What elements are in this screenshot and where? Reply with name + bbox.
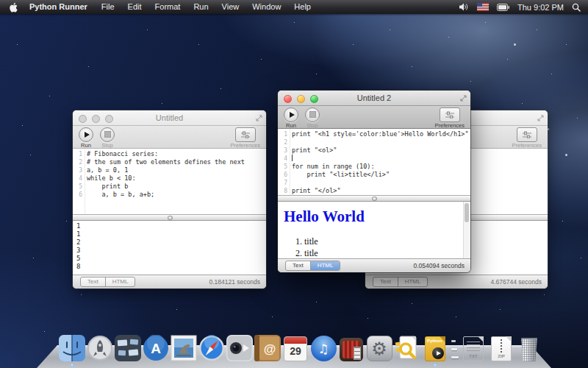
scrollbar[interactable] [463,202,470,258]
stop-button[interactable]: Stop [305,107,320,129]
menu-clock[interactable]: Thu 9:02 PM [517,3,564,12]
python-runner-icon[interactable]: Python [422,333,448,361]
code-line[interactable]: 3 print "<ol>" [278,146,470,155]
preferences-button[interactable]: Preferences [231,127,260,149]
battery-icon[interactable] [497,4,509,11]
window-untitled-2[interactable]: Untitled 2 Run Stop Preferences 1 p [278,91,470,272]
code-line[interactable]: 3 a, b = 0, 1 [73,166,266,174]
tab-text[interactable]: Text [373,277,398,286]
line-number: 5 [278,163,290,171]
itunes-icon[interactable]: ♫ [310,333,337,361]
safari-icon[interactable] [198,333,225,361]
line-number: 2 [73,158,85,166]
apple-menu-icon[interactable] [0,2,22,13]
tab-text[interactable]: Text [286,261,310,270]
code-editor[interactable]: 1 print "<h1 style='color:blue'>Hello Wo… [278,129,470,195]
menu-item[interactable]: Help [287,0,318,14]
preferences-button[interactable]: Preferences [435,107,465,129]
address-book-icon[interactable]: @ [254,333,281,361]
preferences-button[interactable]: Preferences [512,127,542,149]
code-line[interactable]: 6 print "<li>title</li>" [278,171,470,179]
bottom-bar: Text HTML 0.054094 seconds [278,258,470,272]
zip-file-icon[interactable]: ZIP [488,333,514,361]
splitter-handle[interactable] [73,214,266,221]
mission-control-icon[interactable] [115,333,141,361]
close-button[interactable] [79,115,87,123]
resize-icon[interactable] [256,114,262,123]
python-label: Python [427,339,442,343]
music-note-glyph: ♫ [318,342,329,356]
menu-item[interactable]: Format [148,0,187,14]
resize-icon[interactable] [537,114,544,123]
code-line[interactable]: 6 a, b = b, a+b; [73,191,266,199]
output-mode-tabs: Text HTML [373,277,428,287]
tab-html[interactable]: HTML [105,277,135,286]
run-button[interactable]: Run [79,127,93,149]
code-line[interactable]: 5 print b [73,183,266,191]
code-line[interactable]: 4 while b < 10: [73,174,266,183]
tab-html[interactable]: HTML [398,277,428,286]
app-store-icon[interactable]: A [143,333,169,361]
dock: A @ 29 ♫ ⚙ Python [59,333,542,361]
minimize-button[interactable] [297,95,305,103]
line-number: 5 [73,183,85,191]
stop-button[interactable]: Stop [100,127,115,149]
zip-label: ZIP [492,354,511,358]
facetime-icon[interactable] [226,333,253,361]
photo-strip [354,347,361,360]
window-untitled[interactable]: Untitled Run Stop Preferences 1 # F [73,110,266,289]
close-button[interactable] [284,95,292,103]
svg-text:A: A [151,341,161,356]
mail-icon[interactable] [171,333,197,361]
bottom-bar: Text HTML 0.184121 seconds [73,275,266,289]
html-output-area[interactable]: Hello World titletitletitletitletitletit… [278,202,470,258]
volume-icon[interactable] [459,3,469,11]
run-button[interactable]: Run [284,107,298,129]
txt-file-icon[interactable]: TXT [460,333,487,361]
line-number: 3 [73,166,85,174]
output-area[interactable]: 112358 [73,221,266,275]
code-line[interactable]: 4 [278,155,470,163]
folded-corner [478,336,484,342]
splitter-handle[interactable] [278,195,470,202]
tab-text[interactable]: Text [81,277,105,286]
spotlight-icon[interactable] [572,3,581,12]
file-search-icon[interactable] [394,333,420,361]
menu-item[interactable]: Edit [121,0,148,14]
code-line[interactable]: 2 [278,138,470,146]
code-line[interactable]: 1 # Fibonacci series: [73,150,266,158]
finder-icon[interactable] [59,333,85,361]
stop-icon [309,111,316,118]
title-bar[interactable]: Untitled [73,110,266,126]
output-mode-tabs: Text HTML [285,261,340,271]
menu-item[interactable]: View [215,0,246,14]
code-line[interactable]: 7 [278,179,470,187]
menu-item[interactable]: Run [187,0,215,14]
code-line[interactable]: 1 print "<h1 style='color:blue'>Hello Wo… [278,130,470,138]
code-line[interactable]: 5 for num in range (10): [278,163,470,171]
zipper [501,339,502,353]
code-editor[interactable]: 1 # Fibonacci series: 2 # the sum of two… [73,149,266,214]
play-icon [85,132,90,138]
menu-item[interactable]: Window [245,0,287,14]
trash-icon[interactable] [516,333,542,361]
running-indicator [70,364,74,367]
menu-item[interactable]: File [95,0,121,14]
tab-html[interactable]: HTML [310,261,340,270]
launchpad-icon[interactable] [87,333,113,361]
photo-booth-icon[interactable] [338,333,365,361]
ical-icon[interactable]: 29 [282,333,309,361]
system-preferences-icon[interactable]: ⚙ [366,333,392,361]
zoom-button[interactable] [310,95,318,103]
title-bar[interactable]: Untitled 2 [278,91,470,106]
run-time-status: 0.054094 seconds [414,262,465,269]
us-flag-icon[interactable] [477,3,489,11]
code-line[interactable]: 2 # the sum of two elements defines the … [73,158,266,166]
window-title: Untitled 2 [357,93,391,102]
preferences-sliders-icon [517,127,537,142]
minimize-button[interactable] [92,115,100,123]
code-line[interactable]: 8 print "</ol>" [278,187,470,195]
zoom-button[interactable] [105,115,113,123]
menu-app-name[interactable]: Python Runner [22,0,95,14]
resize-icon[interactable] [460,94,467,103]
